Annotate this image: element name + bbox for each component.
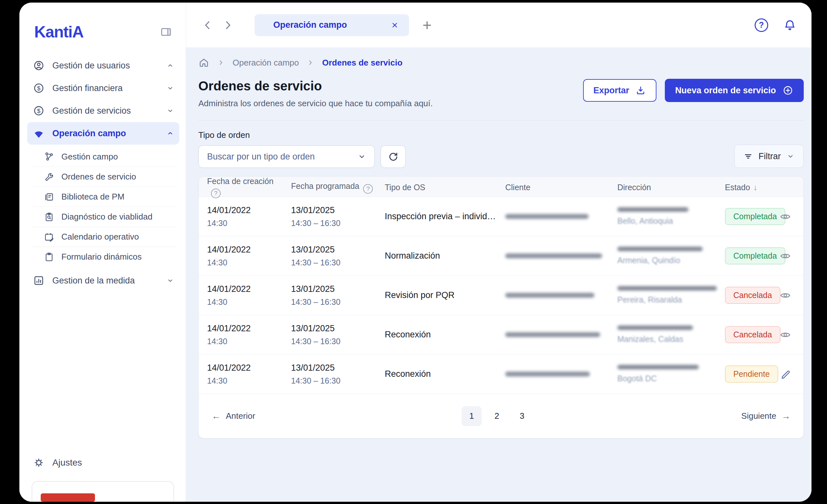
pencil-icon[interactable] bbox=[780, 368, 791, 380]
sidebar-item-gestion-servicios[interactable]: $ Gestión de servicios bbox=[27, 99, 179, 122]
chevron-right-icon bbox=[218, 59, 224, 66]
sidebar-item-label: Ajustes bbox=[52, 457, 82, 468]
table-row[interactable]: 14/01/202214:30 13/01/202514:30 – 16:30 … bbox=[199, 354, 804, 394]
sidebar-subitem-biblioteca-pm[interactable]: Biblioteca de PM bbox=[32, 187, 177, 207]
pagination-next[interactable]: Siguiente → bbox=[741, 411, 790, 421]
page-button-3[interactable]: 3 bbox=[512, 406, 532, 426]
help-tooltip-icon[interactable]: ? bbox=[211, 189, 221, 198]
actions-cell bbox=[773, 368, 804, 380]
table-row[interactable]: 14/01/202214:30 13/01/202514:30 – 16:30 … bbox=[199, 236, 804, 275]
eye-icon[interactable] bbox=[780, 329, 791, 341]
scheduled-time: 14:30 – 16:30 bbox=[291, 337, 376, 346]
tab-operacion-campo[interactable]: Operación campo bbox=[254, 14, 409, 36]
created-time: 14:30 bbox=[207, 337, 283, 346]
created-time: 14:30 bbox=[207, 218, 283, 228]
page-button-2[interactable]: 2 bbox=[487, 406, 507, 426]
close-icon[interactable] bbox=[390, 21, 399, 30]
client-redacted bbox=[497, 332, 609, 337]
breadcrumb-operacion-campo[interactable]: Operación campo bbox=[233, 58, 299, 68]
filter-button[interactable]: Filtrar bbox=[734, 145, 804, 168]
fan-icon bbox=[33, 128, 45, 139]
sidebar-collapse-icon[interactable] bbox=[160, 26, 172, 38]
status-badge: Pendiente bbox=[725, 365, 778, 383]
network-icon bbox=[44, 151, 54, 162]
arrow-right-icon: → bbox=[781, 411, 790, 421]
user-circle-icon bbox=[33, 60, 45, 71]
table-row[interactable]: 14/01/202214:30 13/01/202514:30 – 16:30 … bbox=[199, 197, 804, 236]
created-date: 14/01/2022 bbox=[207, 284, 283, 294]
new-order-button[interactable]: Nueva orden de servicio bbox=[665, 79, 804, 102]
sidebar-subitem-gestion-campo[interactable]: Gestión campo bbox=[32, 147, 177, 166]
operacion-campo-submenu: Gestión campo Ordenes de servicio bbox=[27, 147, 179, 267]
nav-back-icon[interactable] bbox=[201, 18, 214, 32]
sidebar-header: KantiA bbox=[19, 3, 186, 50]
help-icon[interactable]: ? bbox=[755, 18, 768, 32]
address: Manizales, Caldas bbox=[609, 325, 717, 344]
table-row[interactable]: 14/01/202214:30 13/01/202514:30 – 16:30 … bbox=[199, 315, 804, 354]
sidebar-subitem-ordenes-servicio[interactable]: Ordenes de servicio bbox=[32, 166, 177, 187]
pagination-previous[interactable]: ← Anterior bbox=[211, 411, 255, 421]
table-row[interactable]: 14/01/202214:30 13/01/202514:30 – 16:30 … bbox=[199, 275, 804, 315]
home-icon[interactable] bbox=[198, 57, 209, 68]
redacted-text bbox=[505, 332, 600, 337]
page-button-1[interactable]: 1 bbox=[461, 406, 482, 426]
chevron-down-icon bbox=[357, 152, 366, 161]
pagination-next-label: Siguiente bbox=[741, 411, 776, 421]
order-type: Inspección previa – individ… bbox=[376, 211, 497, 221]
sidebar-item-label: Operación campo bbox=[52, 129, 166, 139]
order-type-select[interactable]: Buscar por un tipo de orden bbox=[198, 145, 375, 168]
status-cell: Cancelada bbox=[717, 326, 773, 343]
redacted-text bbox=[617, 325, 693, 330]
svg-text:$: $ bbox=[37, 85, 41, 92]
scheduled-time: 14:30 – 16:30 bbox=[291, 258, 376, 267]
sidebar-subitem-calendario-operativo[interactable]: Calendario operativo bbox=[32, 226, 177, 247]
address-city: Pereira, Risaralda bbox=[617, 295, 717, 304]
header-actions: Exportar Nueva orden de servicio bbox=[583, 79, 804, 102]
sidebar-item-operacion-campo[interactable]: Operación campo bbox=[27, 122, 179, 145]
col-fecha-creacion: Fecha de creación? bbox=[199, 177, 283, 198]
new-tab-button[interactable]: + bbox=[423, 17, 432, 33]
sidebar-item-ajustes[interactable]: Ajustes bbox=[27, 451, 178, 474]
table-header-row: Fecha de creación? Fecha programada? Tip… bbox=[199, 177, 804, 197]
chevron-up-icon bbox=[166, 130, 174, 137]
sidebar-subitem-formulario-dinamicos[interactable]: Formulario dinámicos bbox=[32, 247, 177, 267]
clipboard-icon bbox=[44, 252, 54, 262]
dollar-circle-icon: $ bbox=[33, 82, 45, 94]
user-card-partial bbox=[32, 481, 174, 502]
help-tooltip-icon[interactable]: ? bbox=[363, 184, 373, 194]
scheduled-time: 14:30 – 16:30 bbox=[291, 297, 376, 307]
sidebar-item-gestion-financiera[interactable]: $ Gestión financiera bbox=[27, 77, 179, 99]
brand-logo: KantiA bbox=[34, 22, 83, 41]
page-titles: Ordenes de servicio Administra los orden… bbox=[198, 79, 433, 108]
sort-desc-icon: ↓ bbox=[753, 183, 758, 192]
eye-icon[interactable] bbox=[780, 250, 791, 262]
sidebar-item-gestion-usuarios[interactable]: Gestión de usuarios bbox=[27, 54, 179, 77]
scheduled-date: 13/01/2025 bbox=[291, 363, 376, 373]
sidebar-subitem-label: Ordenes de servicio bbox=[61, 172, 136, 182]
nav-forward-icon[interactable] bbox=[221, 18, 235, 32]
refresh-button[interactable] bbox=[381, 145, 406, 168]
eye-icon[interactable] bbox=[780, 290, 791, 301]
sidebar-item-label: Gestión de usuarios bbox=[52, 61, 166, 71]
svg-text:$: $ bbox=[37, 107, 41, 114]
sidebar-menu: Gestión de usuarios $ Gestión financiera bbox=[19, 50, 186, 292]
created-date: 14/01/2022 bbox=[207, 205, 283, 215]
calendar-edit-icon bbox=[44, 232, 54, 242]
col-estado[interactable]: Estado↓ bbox=[717, 183, 773, 192]
topbar-icons: ? bbox=[755, 18, 797, 32]
sidebar-item-gestion-medida[interactable]: Gestion de la medida bbox=[27, 269, 179, 292]
created-time: 14:30 bbox=[207, 297, 283, 307]
status-cell: Cancelada bbox=[717, 287, 773, 304]
sidebar-subitem-diagnostico-viablidad[interactable]: Diagnóstico de viablidad bbox=[32, 207, 177, 226]
export-button[interactable]: Exportar bbox=[583, 79, 656, 102]
created-time: 14:30 bbox=[207, 376, 283, 386]
notifications-bell-icon[interactable] bbox=[783, 18, 797, 32]
status-cell: Completada bbox=[717, 247, 773, 264]
col-tipo-os: Tipo de OS bbox=[376, 183, 497, 192]
breadcrumb: Operación campo Ordenes de servicio bbox=[198, 56, 804, 69]
address: Bogotá DC bbox=[609, 365, 717, 383]
eye-icon[interactable] bbox=[780, 211, 791, 222]
page-content: Operación campo Ordenes de servicio Orde… bbox=[186, 48, 812, 502]
actions-cell bbox=[773, 250, 804, 262]
client-redacted bbox=[497, 293, 609, 298]
